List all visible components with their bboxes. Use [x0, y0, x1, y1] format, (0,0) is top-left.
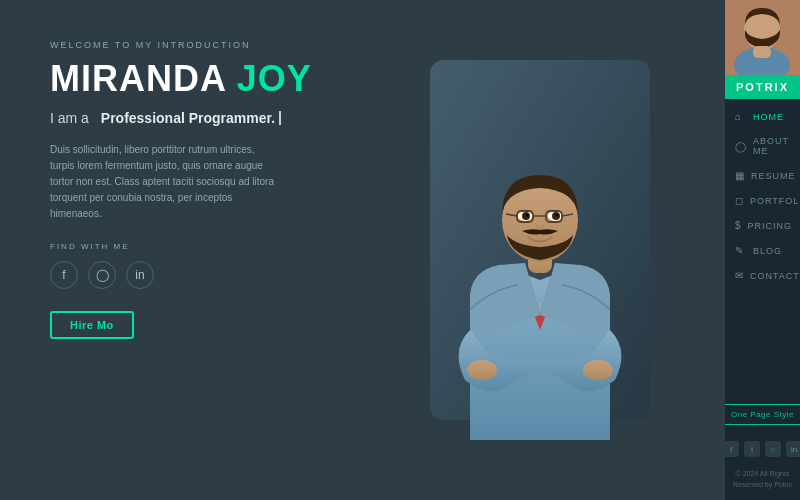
one-page-style-button[interactable]: One Page Style: [722, 404, 800, 425]
cursor-blink: [279, 111, 281, 125]
svg-point-18: [583, 360, 613, 380]
profile-image-area: [410, 20, 670, 440]
nav-home[interactable]: ⌂ HOME: [725, 104, 800, 129]
nav-resume-label: RESUME: [751, 171, 796, 181]
svg-rect-22: [753, 46, 771, 58]
svg-point-11: [556, 214, 559, 217]
sidebar-copyright: © 2024 All Rights Reserved by Potrix: [727, 465, 798, 500]
sidebar-nav: ⌂ HOME ◯ ABOUT ME ▦ RESUME ◻ PORTFOLIO $…: [725, 99, 800, 396]
sidebar-social-icons: f t ○ in: [718, 433, 800, 465]
blog-icon: ✎: [735, 245, 747, 256]
svg-point-17: [467, 360, 497, 380]
linkedin-icon: in: [135, 268, 144, 282]
nav-resume[interactable]: ▦ RESUME: [725, 163, 800, 188]
description-text: Duis sollicitudin, libero porttitor rutr…: [50, 142, 280, 222]
profile-svg: [410, 20, 670, 440]
tagline-prefix: I am a: [50, 110, 89, 126]
svg-point-10: [526, 214, 529, 217]
nav-portfolio[interactable]: ◻ PORTFOLIO: [725, 188, 800, 213]
sidebar-linkedin-icon[interactable]: in: [786, 441, 800, 457]
avatar-svg: [725, 0, 800, 75]
nav-pricing[interactable]: $ PRICING: [725, 213, 800, 238]
nav-contact-label: CONTACT: [750, 271, 800, 281]
nav-about[interactable]: ◯ ABOUT ME: [725, 129, 800, 163]
nav-about-label: ABOUT ME: [753, 136, 790, 156]
resume-icon: ▦: [735, 170, 745, 181]
instagram-icon: ◯: [96, 268, 109, 282]
hire-button[interactable]: Hire Mo: [50, 311, 134, 339]
tagline-role: Professional Programmer.: [101, 110, 275, 126]
social-linkedin[interactable]: in: [126, 261, 154, 289]
sidebar-brand: POTRIX: [725, 75, 800, 99]
social-facebook[interactable]: f: [50, 261, 78, 289]
social-instagram[interactable]: ◯: [88, 261, 116, 289]
sidebar: POTRIX ⌂ HOME ◯ ABOUT ME ▦ RESUME ◻ PORT…: [725, 0, 800, 500]
user-icon: ◯: [735, 141, 747, 152]
pricing-icon: $: [735, 220, 742, 231]
nav-home-label: HOME: [753, 112, 784, 122]
copyright-line1: © 2024 All Rights: [736, 470, 790, 477]
nav-blog[interactable]: ✎ BLOG: [725, 238, 800, 263]
nav-portfolio-label: PORTFOLIO: [750, 196, 800, 206]
main-content: WELCOME TO MY INTRODUCTION MIRANDA JOY I…: [0, 0, 725, 500]
sidebar-twitter-icon[interactable]: t: [744, 441, 760, 457]
sidebar-facebook-icon[interactable]: f: [723, 441, 739, 457]
home-icon: ⌂: [735, 111, 747, 122]
facebook-icon: f: [62, 268, 65, 282]
nav-contact[interactable]: ✉ CONTACT: [725, 263, 800, 288]
nav-blog-label: BLOG: [753, 246, 782, 256]
nav-pricing-label: PRICING: [748, 221, 793, 231]
sidebar-instagram-icon[interactable]: ○: [765, 441, 781, 457]
portfolio-icon: ◻: [735, 195, 744, 206]
first-name: MIRANDA: [50, 58, 226, 99]
sidebar-avatar: [725, 0, 800, 75]
contact-icon: ✉: [735, 270, 744, 281]
copyright-line2: Reserved by Potrix: [733, 481, 792, 488]
last-name: JOY: [237, 58, 312, 99]
